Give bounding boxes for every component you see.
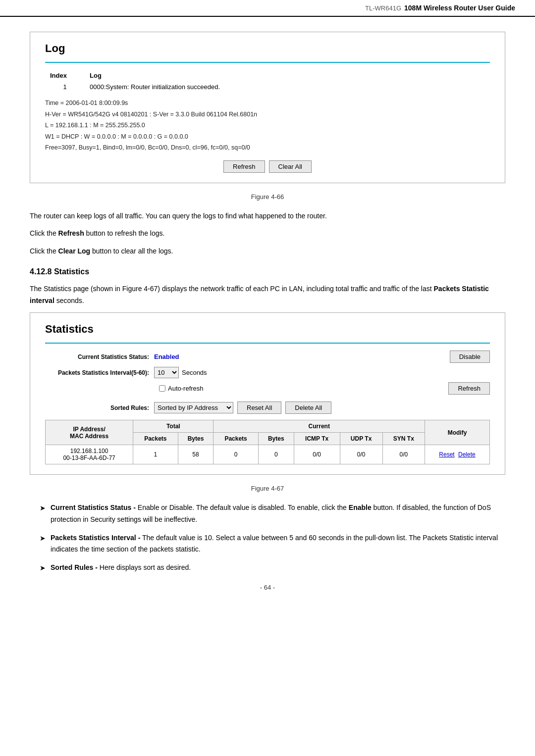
stats-table-row: 192.168.1.10000-13-8F-AA-6D-77 1 58 0 0 …	[46, 445, 490, 464]
statistics-section-heading: 4.12.8 Statistics	[30, 267, 505, 276]
sorted-select[interactable]: Sorted by IP Address Sorted by MAC Addre…	[154, 402, 233, 413]
interval-select[interactable]: 10515203060	[154, 367, 179, 378]
bullet-arrow: ➤	[40, 503, 46, 514]
log-col-log: Log	[85, 70, 490, 81]
stats-header-group: IP Address/MAC Address Total Current Mod…	[46, 420, 490, 433]
cell-icmp-tx: 0/0	[294, 445, 340, 464]
cell-cur-packets: 0	[214, 445, 258, 464]
log-table: Index Log 10000:System: Router initializ…	[45, 70, 490, 93]
col-total-bytes: Bytes	[178, 433, 214, 445]
interval-value: 10515203060 Seconds	[154, 367, 490, 378]
col-modify: Modify	[425, 420, 490, 445]
cell-syn-tx: 0/0	[382, 445, 425, 464]
header-model: TL-WR641G	[365, 4, 401, 12]
bullet-bold: Packets Statistics Interval -	[51, 534, 140, 542]
description-para-1: The router can keep logs of all traffic.…	[30, 210, 505, 222]
stats-refresh-button[interactable]: Refresh	[448, 382, 490, 395]
delete-all-button[interactable]: Delete All	[285, 402, 331, 414]
clear-all-button[interactable]: Clear All	[269, 160, 312, 173]
refresh-bold: Refresh	[58, 229, 84, 237]
bullet-bold: Sorted Rules -	[51, 563, 98, 571]
current-status-label: Current Statistics Status:	[45, 353, 154, 360]
statistics-title: Statistics	[45, 323, 490, 336]
bullet-arrow: ➤	[40, 533, 46, 544]
reset-all-button[interactable]: Reset All	[237, 402, 281, 414]
log-info-line: L = 192.168.1.1 : M = 255.255.255.0	[45, 120, 490, 131]
log-title: Log	[45, 42, 490, 55]
bullet-list: ➤Current Statistics Status - Enable or D…	[30, 502, 505, 573]
bullet-item: ➤Sorted Rules - Here displays sort as de…	[40, 562, 505, 574]
col-syn-tx: SYN Tx	[382, 433, 425, 445]
col-cur-bytes: Bytes	[258, 433, 294, 445]
log-button-row: Refresh Clear All	[45, 160, 490, 173]
current-status-row: Current Statistics Status: Enabled Disab…	[45, 351, 490, 363]
statistics-table: IP Address/MAC Address Total Current Mod…	[45, 420, 490, 464]
click-refresh-para: Click the Refresh button to refresh the …	[30, 228, 505, 240]
main-content: Log Index Log 10000:System: Router initi…	[0, 17, 535, 606]
log-col-index: Index	[45, 70, 85, 81]
cell-ip-mac: 192.168.1.10000-13-8F-AA-6D-77	[46, 445, 133, 464]
auto-refresh-label: Auto-refresh	[168, 385, 204, 392]
log-divider	[45, 62, 490, 63]
auto-refresh-checkbox[interactable]	[159, 385, 165, 392]
click-clear-para: Click the Clear Log button to clear all …	[30, 246, 505, 257]
seconds-label: Seconds	[182, 369, 207, 376]
log-info-line: H-Ver = WR541G/542G v4 08140201 : S-Ver …	[45, 109, 490, 120]
statistics-section-box: Statistics Current Statistics Status: En…	[30, 312, 505, 475]
current-status-value: Enabled Disable	[154, 351, 490, 363]
statistics-description-para: The Statistics page (shown in Figure 4-6…	[30, 283, 505, 307]
log-info: Time = 2006-01-01 8:00:09.9sH-Ver = WR54…	[45, 98, 490, 153]
cell-cur-bytes: 0	[258, 445, 294, 464]
enabled-text: Enabled	[154, 353, 179, 360]
cell-modify: Reset Delete	[425, 445, 490, 464]
col-icmp-tx: ICMP Tx	[294, 433, 340, 445]
log-info-line: W1 = DHCP : W = 0.0.0.0 : M = 0.0.0.0 : …	[45, 131, 490, 143]
refresh-button[interactable]: Refresh	[223, 160, 265, 173]
interval-label: Packets Statistics Interval(5-60):	[45, 369, 154, 376]
figure-66-caption: Figure 4-66	[30, 193, 505, 201]
page-number: - 64 -	[30, 584, 505, 591]
col-ip-mac: IP Address/MAC Address	[46, 420, 133, 445]
cell-total-packets: 1	[133, 445, 178, 464]
log-info-line: Free=3097, Busy=1, Bind=0, lm=0/0, Bc=0/…	[45, 142, 490, 153]
figure-67-caption: Figure 4-67	[30, 485, 505, 492]
reset-link[interactable]: Reset	[439, 451, 454, 458]
header-title: 108M Wireless Router User Guide	[404, 4, 515, 12]
disable-button[interactable]: Disable	[450, 351, 490, 363]
interval-row: Packets Statistics Interval(5-60): 10515…	[45, 367, 490, 378]
col-udp-tx: UDP Tx	[340, 433, 382, 445]
stats-form: Current Statistics Status: Enabled Disab…	[45, 351, 490, 395]
stats-divider	[45, 343, 490, 344]
bullet-item: ➤Packets Statistics Interval - The defau…	[40, 532, 505, 555]
col-total-packets: Packets	[133, 433, 178, 445]
bullet-item: ➤Current Statistics Status - Enable or D…	[40, 502, 505, 525]
log-info-line: Time = 2006-01-01 8:00:09.9s	[45, 98, 490, 109]
delete-link[interactable]: Delete	[458, 451, 476, 458]
cell-total-bytes: 58	[178, 445, 214, 464]
cell-udp-tx: 0/0	[340, 445, 382, 464]
bullet-bold2: Enable	[349, 504, 372, 511]
page-header: TL-WR641G 108M Wireless Router User Guid…	[0, 0, 535, 17]
col-current: Current	[214, 420, 425, 433]
bullet-arrow: ➤	[40, 562, 46, 574]
sorted-rules-row: Sorted Rules: Sorted by IP Address Sorte…	[45, 402, 490, 414]
bullet-bold: Current Statistics Status -	[51, 504, 136, 511]
log-section-box: Log Index Log 10000:System: Router initi…	[30, 32, 505, 183]
col-total: Total	[133, 420, 214, 433]
clear-bold: Clear Log	[58, 247, 91, 255]
auto-refresh-row: Auto-refresh Refresh	[159, 382, 490, 395]
sorted-label: Sorted Rules:	[45, 404, 154, 411]
col-cur-packets: Packets	[214, 433, 258, 445]
log-table-row: 10000:System: Router initialization succ…	[45, 81, 490, 93]
